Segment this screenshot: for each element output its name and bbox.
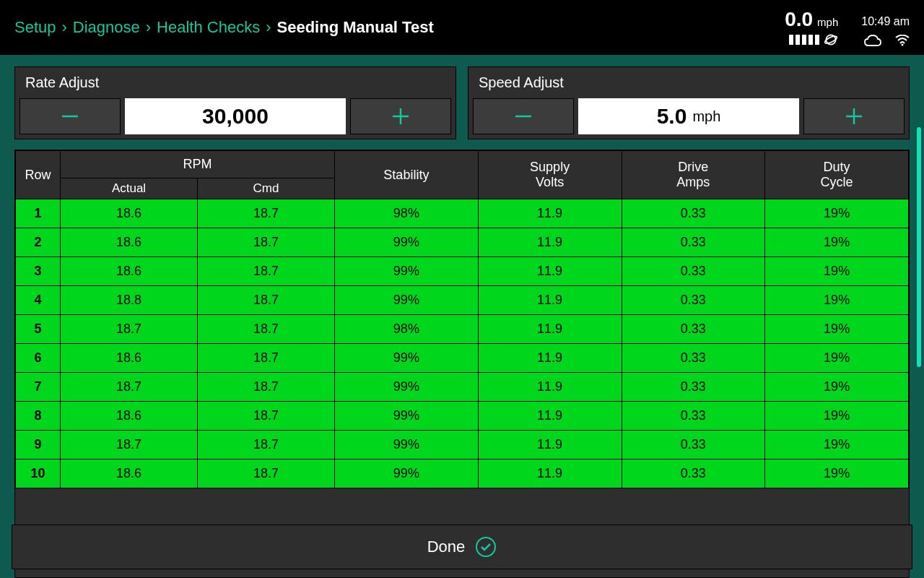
cell-drive-amps: 0.33 bbox=[622, 199, 765, 228]
speed-increase-button[interactable] bbox=[803, 98, 905, 134]
cell-stability: 99% bbox=[335, 257, 479, 286]
scrollbar-thumb[interactable] bbox=[917, 127, 921, 367]
cell-rpm-actual: 18.6 bbox=[61, 199, 198, 228]
cell-stability: 99% bbox=[335, 460, 479, 488]
cell-duty-cycle: 19% bbox=[765, 315, 909, 344]
col-header-rpm-cmd: Cmd bbox=[198, 178, 335, 199]
status-area: 0.0 mph 10:49 am bbox=[785, 8, 910, 47]
cell-row: 2 bbox=[16, 228, 61, 257]
rate-value: 30,000 bbox=[202, 104, 269, 129]
table-row: 418.818.799%11.90.3319% bbox=[16, 286, 909, 315]
cell-row: 9 bbox=[16, 431, 61, 460]
rate-adjust-title: Rate Adjust bbox=[15, 67, 456, 98]
table-row: 118.618.798%11.90.3319% bbox=[16, 199, 909, 228]
cell-row: 4 bbox=[16, 286, 61, 315]
cell-row: 8 bbox=[16, 402, 61, 431]
speed-value-field[interactable]: 5.0 mph bbox=[578, 98, 799, 134]
rate-adjust-panel: Rate Adjust 30,000 bbox=[14, 66, 456, 139]
signal-bars-icon bbox=[789, 35, 819, 45]
col-header-supply-volts: SupplyVolts bbox=[478, 151, 622, 199]
cell-supply-volts: 11.9 bbox=[478, 315, 622, 344]
rate-decrease-button[interactable] bbox=[19, 98, 121, 134]
table-row: 1018.618.799%11.90.3319% bbox=[16, 460, 909, 488]
col-header-drive-amps: DriveAmps bbox=[622, 151, 765, 199]
done-label: Done bbox=[427, 538, 466, 556]
adjust-row: Rate Adjust 30,000 Speed Adjust bbox=[0, 55, 924, 147]
vehicle-speed-unit: mph bbox=[817, 16, 838, 28]
cell-row: 6 bbox=[16, 344, 61, 373]
svg-point-9 bbox=[476, 538, 495, 556]
cell-stability: 99% bbox=[335, 402, 479, 431]
cell-supply-volts: 11.9 bbox=[478, 257, 622, 286]
minus-icon bbox=[511, 104, 536, 129]
table-row: 318.618.799%11.90.3319% bbox=[16, 257, 909, 286]
cell-rpm-actual: 18.6 bbox=[61, 344, 198, 373]
col-header-duty-cycle: DutyCycle bbox=[765, 151, 909, 199]
cell-rpm-cmd: 18.7 bbox=[198, 228, 335, 257]
cell-row: 3 bbox=[16, 257, 61, 286]
cell-rpm-actual: 18.6 bbox=[61, 460, 198, 488]
results-table-wrap: Row RPM Stability SupplyVolts DriveAmps … bbox=[14, 150, 910, 578]
rate-increase-button[interactable] bbox=[350, 98, 451, 134]
cell-drive-amps: 0.33 bbox=[622, 315, 765, 344]
cell-stability: 99% bbox=[335, 344, 479, 373]
cell-duty-cycle: 19% bbox=[765, 373, 909, 402]
vehicle-speed-block: 0.0 mph bbox=[785, 8, 838, 47]
cell-duty-cycle: 19% bbox=[765, 257, 909, 286]
table-row: 218.618.799%11.90.3319% bbox=[16, 228, 909, 257]
time-block: 10:49 am bbox=[861, 15, 910, 47]
cell-duty-cycle: 19% bbox=[765, 431, 909, 460]
cell-rpm-cmd: 18.7 bbox=[198, 460, 335, 488]
cell-supply-volts: 11.9 bbox=[478, 402, 622, 431]
cell-rpm-actual: 18.6 bbox=[61, 228, 198, 257]
rate-value-field[interactable]: 30,000 bbox=[125, 98, 346, 134]
satellite-icon bbox=[824, 33, 838, 47]
cell-supply-volts: 11.9 bbox=[478, 460, 622, 488]
table-row: 818.618.799%11.90.3319% bbox=[16, 402, 909, 431]
content-area: Rate Adjust 30,000 Speed Adjust bbox=[0, 55, 924, 578]
col-header-rpm: RPM bbox=[61, 151, 335, 178]
cell-supply-volts: 11.9 bbox=[478, 286, 622, 315]
table-row: 918.718.799%11.90.3319% bbox=[16, 431, 909, 460]
cell-supply-volts: 11.9 bbox=[478, 431, 622, 460]
clock-text: 10:49 am bbox=[861, 15, 910, 28]
scrollbar[interactable] bbox=[917, 127, 921, 564]
cell-rpm-actual: 18.6 bbox=[61, 402, 198, 431]
plus-icon bbox=[388, 104, 413, 129]
cell-rpm-cmd: 18.7 bbox=[198, 402, 335, 431]
breadcrumb-health-checks[interactable]: Health Checks bbox=[157, 18, 260, 37]
cell-duty-cycle: 19% bbox=[765, 199, 909, 228]
top-bar: Setup › Diagnose › Health Checks › Seedi… bbox=[0, 0, 924, 55]
cell-rpm-cmd: 18.7 bbox=[198, 286, 335, 315]
cell-rpm-cmd: 18.7 bbox=[198, 315, 335, 344]
col-header-row: Row bbox=[16, 151, 61, 199]
breadcrumb-diagnose[interactable]: Diagnose bbox=[73, 18, 140, 37]
cell-row: 1 bbox=[16, 199, 61, 228]
svg-point-1 bbox=[824, 35, 838, 45]
cell-stability: 98% bbox=[335, 199, 479, 228]
cell-stability: 98% bbox=[335, 315, 479, 344]
chevron-right-icon: › bbox=[62, 18, 67, 37]
cell-drive-amps: 0.33 bbox=[622, 373, 765, 402]
cell-supply-volts: 11.9 bbox=[478, 373, 622, 402]
cell-drive-amps: 0.33 bbox=[622, 286, 765, 315]
speed-adjust-panel: Speed Adjust 5.0 mph bbox=[468, 66, 910, 139]
cell-duty-cycle: 19% bbox=[765, 286, 909, 315]
cell-drive-amps: 0.33 bbox=[622, 460, 765, 488]
check-circle-icon bbox=[475, 536, 497, 558]
cell-rpm-actual: 18.6 bbox=[61, 257, 198, 286]
cell-row: 10 bbox=[16, 460, 61, 488]
breadcrumb-current: Seeding Manual Test bbox=[277, 18, 434, 37]
chevron-right-icon: › bbox=[146, 18, 151, 37]
cell-rpm-actual: 18.7 bbox=[61, 373, 198, 402]
cell-duty-cycle: 19% bbox=[765, 460, 909, 488]
cell-rpm-cmd: 18.7 bbox=[198, 344, 335, 373]
cell-rpm-cmd: 18.7 bbox=[198, 373, 335, 402]
cell-duty-cycle: 19% bbox=[765, 402, 909, 431]
cell-drive-amps: 0.33 bbox=[622, 344, 765, 373]
breadcrumb-setup[interactable]: Setup bbox=[14, 18, 56, 37]
cell-supply-volts: 11.9 bbox=[478, 228, 622, 257]
done-button[interactable]: Done bbox=[12, 525, 912, 569]
speed-decrease-button[interactable] bbox=[473, 98, 574, 134]
cell-drive-amps: 0.33 bbox=[622, 257, 765, 286]
